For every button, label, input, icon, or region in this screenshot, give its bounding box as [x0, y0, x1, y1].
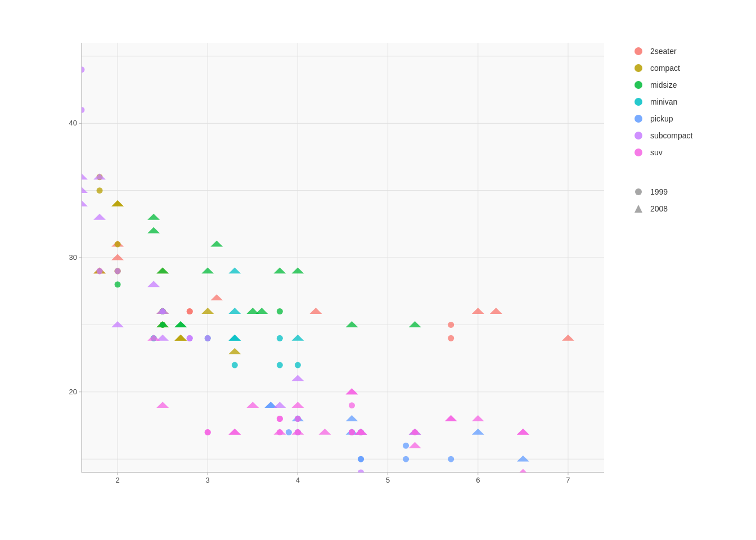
legend-symbol-2seater — [632, 45, 645, 57]
plot-wrapper: 203040234567 — [45, 36, 621, 508]
svg-point-172 — [634, 98, 642, 106]
plot-and-x: 203040234567 — [51, 36, 621, 508]
svg-point-173 — [634, 115, 642, 123]
svg-point-176 — [635, 188, 642, 195]
plot-svg-container: 203040234567 — [51, 36, 621, 502]
legend-label-year-2008: 2008 — [650, 204, 668, 213]
svg-text:6: 6 — [476, 476, 480, 484]
svg-point-53 — [115, 241, 121, 248]
legend-item-year-1999: 1999 — [632, 186, 739, 198]
legend-item-compact: compact — [632, 62, 739, 74]
legend-item-pickup: pickup — [632, 112, 739, 125]
svg-text:4: 4 — [296, 476, 300, 484]
legend-label-subcompact: subcompact — [650, 131, 692, 140]
legend-item-suv: suv — [632, 146, 739, 159]
svg-point-169 — [634, 47, 642, 55]
svg-point-170 — [634, 64, 642, 72]
svg-point-156 — [349, 402, 355, 408]
svg-text:30: 30 — [69, 253, 77, 262]
svg-point-91 — [277, 335, 283, 341]
legend-item-subcompact: subcompact — [632, 129, 739, 142]
svg-text:40: 40 — [69, 119, 77, 127]
svg-point-117 — [79, 107, 85, 113]
svg-point-131 — [187, 335, 193, 341]
svg-point-109 — [358, 456, 364, 462]
chart-container: 203040234567 2seater compact — [0, 0, 756, 540]
legend-item-2seater: 2seater — [632, 45, 739, 57]
legend-label-year-1999: 1999 — [650, 187, 668, 196]
legend-label-suv: suv — [650, 148, 663, 157]
svg-text:5: 5 — [386, 476, 390, 484]
svg-text:7: 7 — [566, 476, 570, 484]
svg-point-171 — [634, 81, 642, 89]
svg-point-110 — [403, 443, 409, 449]
svg-point-145 — [277, 416, 283, 422]
legend-label-2seater: 2seater — [650, 47, 677, 56]
svg-point-153 — [349, 429, 355, 435]
svg-point-121 — [97, 268, 103, 274]
year-legend: 1999 2008 — [632, 186, 739, 219]
svg-point-90 — [232, 362, 238, 368]
chart-area: 203040234567 — [45, 22, 621, 506]
legend-symbol-minivan — [632, 96, 645, 108]
svg-point-116 — [79, 66, 85, 73]
legend-symbol-compact — [632, 62, 645, 74]
legend-symbol-subcompact — [632, 129, 645, 142]
svg-point-48 — [97, 187, 103, 194]
legend-item-minivan: minivan — [632, 96, 739, 108]
svg-point-174 — [634, 132, 642, 140]
legend-label-minivan: minivan — [650, 97, 677, 106]
svg-text:2: 2 — [115, 476, 119, 484]
legend: 2seater compact midsize minivan pickup — [621, 22, 745, 506]
legend-symbol-year-2008 — [632, 202, 645, 215]
svg-text:3: 3 — [206, 476, 210, 484]
svg-point-124 — [115, 268, 121, 274]
svg-point-113 — [448, 456, 454, 462]
legend-label-pickup: pickup — [650, 114, 673, 123]
svg-point-147 — [295, 416, 301, 422]
scatter-plot: 203040234567 — [51, 36, 621, 502]
legend-symbol-midsize — [632, 79, 645, 91]
legend-item-year-2008: 2008 — [632, 202, 739, 215]
svg-point-132 — [205, 335, 211, 341]
svg-point-139 — [205, 429, 211, 435]
svg-text:20: 20 — [69, 388, 77, 396]
svg-point-43 — [448, 322, 454, 328]
legend-symbol-pickup — [632, 112, 645, 125]
svg-point-175 — [634, 148, 642, 156]
car-class-legend: 2seater compact midsize minivan pickup — [632, 45, 739, 163]
svg-point-94 — [295, 362, 301, 368]
svg-point-149 — [295, 429, 301, 435]
svg-point-40 — [187, 308, 193, 314]
svg-marker-177 — [634, 205, 642, 213]
legend-symbol-suv — [632, 146, 645, 159]
legend-symbol-year-1999 — [632, 186, 645, 198]
svg-point-66 — [115, 281, 121, 287]
legend-label-compact: compact — [650, 64, 680, 73]
svg-point-44 — [448, 335, 454, 341]
legend-item-midsize: midsize — [632, 79, 739, 91]
svg-point-97 — [286, 429, 292, 435]
legend-label-midsize: midsize — [650, 80, 677, 89]
svg-point-135 — [358, 470, 364, 476]
svg-point-111 — [403, 456, 409, 462]
svg-point-79 — [277, 308, 283, 314]
svg-point-92 — [277, 362, 283, 368]
